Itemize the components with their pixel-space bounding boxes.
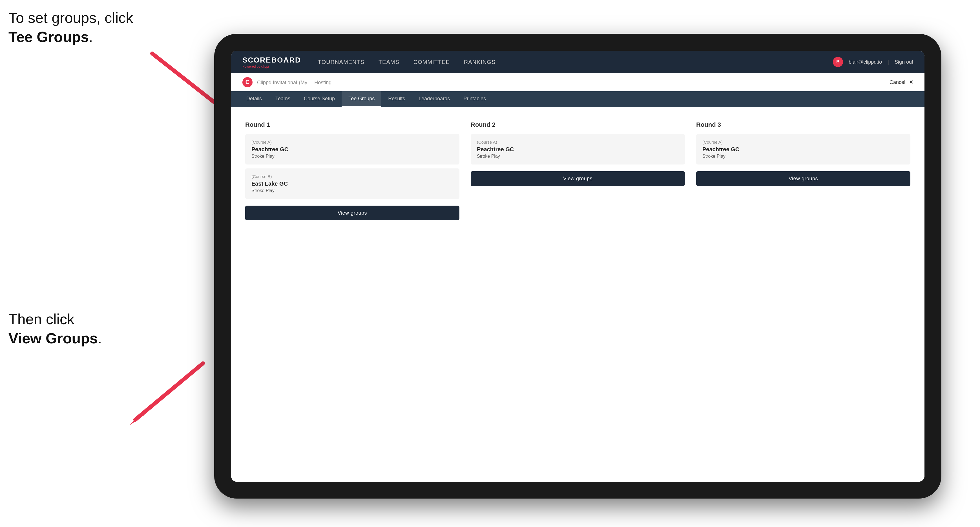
round-3-view-groups-button[interactable]: View groups [696,171,910,186]
tab-details[interactable]: Details [240,91,269,107]
nav-rankings[interactable]: RANKINGS [464,59,495,65]
rounds-grid: Round 1 (Course A) Peachtree GC Stroke P… [245,121,910,220]
round-2-title: Round 2 [471,121,685,129]
svg-marker-3 [130,411,144,425]
nav-teams[interactable]: TEAMS [379,59,399,65]
round-2-course-a-card: (Course A) Peachtree GC Stroke Play [471,134,685,165]
tab-course-setup[interactable]: Course Setup [297,91,342,107]
round-1-course-a-label: (Course A) [251,140,453,144]
instruction-bottom-line1: Then click [8,311,75,327]
nav-bar: SCOREBOARD Powered by clippi TOURNAMENTS… [231,51,924,73]
logo-area: SCOREBOARD Powered by clippi [242,56,301,68]
round-1-course-b-format: Stroke Play [251,188,453,193]
logo-sub: Powered by clippi [242,65,301,68]
user-email: blair@clippd.io [849,59,882,65]
round-1-view-groups-button[interactable]: View groups [245,206,460,220]
nav-links: TOURNAMENTS TEAMS COMMITTEE RANKINGS [318,59,833,65]
logo-text: SCOREBOARD [242,56,301,65]
cancel-x-icon: ✕ [909,79,913,85]
sign-out-link[interactable]: Sign out [895,59,913,65]
tab-results[interactable]: Results [381,91,412,107]
instruction-top: To set groups, click Tee Groups. [8,8,133,46]
nav-tournaments[interactable]: TOURNAMENTS [318,59,364,65]
instruction-top-period: . [89,29,93,45]
round-2-view-groups-button[interactable]: View groups [471,171,685,186]
user-avatar: B [833,57,843,67]
tournament-header: C Clippd Invitational (My ... Hosting Ca… [231,73,924,91]
tab-teams[interactable]: Teams [269,91,297,107]
tablet-device: SCOREBOARD Powered by clippi TOURNAMENTS… [214,34,942,498]
instruction-bottom-line2: View Groups [8,330,98,346]
round-1-course-b-label: (Course B) [251,174,453,179]
tabs-bar: Details Teams Course Setup Tee Groups Re… [231,91,924,107]
round-1-course-b-card: (Course B) East Lake GC Stroke Play [245,168,460,199]
tab-leaderboards[interactable]: Leaderboards [412,91,457,107]
round-3-course-a-format: Stroke Play [702,154,904,159]
instruction-bottom: Then click View Groups. [8,310,102,348]
tablet-screen: SCOREBOARD Powered by clippi TOURNAMENTS… [231,51,924,482]
round-3-course-a-name: Peachtree GC [702,146,904,153]
round-2-course-a-format: Stroke Play [477,154,679,159]
arrow-bottom [118,355,220,428]
round-1-course-a-name: Peachtree GC [251,146,453,153]
instruction-top-line2: Tee Groups [8,29,89,45]
round-1-course-a-format: Stroke Play [251,154,453,159]
tournament-name: Clippd Invitational (My ... Hosting [257,79,889,86]
round-1-column: Round 1 (Course A) Peachtree GC Stroke P… [245,121,460,220]
round-3-course-a-card: (Course A) Peachtree GC Stroke Play [696,134,910,165]
round-3-column: Round 3 (Course A) Peachtree GC Stroke P… [696,121,910,220]
nav-committee[interactable]: COMMITTEE [414,59,450,65]
round-3-title: Round 3 [696,121,910,129]
svg-line-2 [135,364,203,420]
instruction-bottom-period: . [98,330,102,346]
round-2-column: Round 2 (Course A) Peachtree GC Stroke P… [471,121,685,220]
main-content: Round 1 (Course A) Peachtree GC Stroke P… [231,107,924,482]
round-2-course-a-name: Peachtree GC [477,146,679,153]
cancel-button[interactable]: Cancel ✕ [889,79,913,85]
round-1-course-a-card: (Course A) Peachtree GC Stroke Play [245,134,460,165]
round-1-title: Round 1 [245,121,460,129]
tab-printables[interactable]: Printables [457,91,493,107]
tab-tee-groups[interactable]: Tee Groups [342,91,381,107]
tournament-logo: C [242,77,253,87]
round-3-course-a-label: (Course A) [702,140,904,144]
round-1-course-b-name: East Lake GC [251,181,453,187]
round-2-course-a-label: (Course A) [477,140,679,144]
nav-right: B blair@clippd.io | Sign out [833,57,913,67]
instruction-top-line1: To set groups, click [8,10,133,26]
